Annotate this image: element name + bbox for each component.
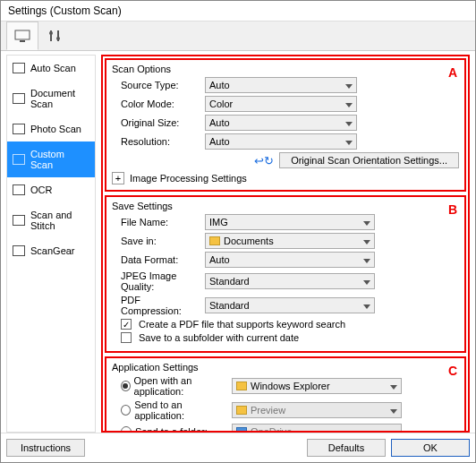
save-in-combo[interactable]: Documents — [205, 233, 375, 249]
sidebar-item-document-scan[interactable]: Document Scan — [7, 81, 95, 116]
color-mode-combo[interactable]: Color — [205, 96, 357, 112]
annotation-c: C — [448, 364, 457, 378]
sidebar-item-custom-scan[interactable]: Custom Scan — [7, 141, 95, 177]
color-mode-label: Color Mode: — [112, 99, 201, 109]
sidebar-item-photo-scan[interactable]: Photo Scan — [7, 116, 95, 141]
tab-tools[interactable] — [38, 21, 71, 50]
defaults-button[interactable]: Defaults — [307, 439, 386, 457]
file-name-combo[interactable]: IMG — [205, 214, 375, 230]
keyword-search-label: Create a PDF file that supports keyword … — [139, 319, 345, 330]
annotation-b: B — [448, 202, 457, 217]
svg-rect-0 — [15, 30, 30, 39]
tools-icon — [47, 29, 62, 43]
send-app-label: Send to an application: — [134, 399, 228, 421]
sidebar: Auto Scan Document Scan Photo Scan Custo… — [6, 55, 96, 433]
sidebar-item-ocr[interactable]: OCR — [7, 177, 95, 202]
content: Scan Options A Source Type:Auto Color Mo… — [101, 55, 470, 433]
open-with-combo[interactable]: Windows Explorer — [232, 378, 402, 394]
folder-icon — [209, 236, 220, 245]
orientation-settings-button[interactable]: Original Scan Orientation Settings... — [279, 152, 459, 168]
source-type-combo[interactable]: Auto — [205, 77, 357, 93]
section-title: Save Settings — [112, 201, 459, 211]
document-scan-icon — [13, 93, 25, 104]
app-icon — [236, 406, 247, 415]
sidebar-label: Auto Scan — [30, 63, 76, 73]
annotation-a: A — [448, 65, 457, 80]
original-size-combo[interactable]: Auto — [205, 115, 357, 131]
svg-point-2 — [49, 31, 53, 35]
send-app-combo[interactable]: Preview — [232, 402, 402, 418]
app-icon — [236, 382, 247, 390]
custom-scan-icon — [13, 154, 25, 165]
send-app-radio[interactable] — [121, 405, 131, 416]
sidebar-item-scangear[interactable]: ScanGear — [7, 238, 95, 263]
jpeg-quality-combo[interactable]: Standard — [205, 273, 375, 289]
sidebar-label: Scan and Stitch — [30, 210, 89, 231]
send-folder-label: Send to a folder: — [135, 426, 208, 433]
resolution-label: Resolution: — [112, 136, 201, 147]
toolbar — [1, 21, 475, 51]
svg-point-3 — [56, 37, 60, 40]
svg-rect-1 — [20, 40, 25, 42]
application-settings-section: Application Settings C Open with an appl… — [105, 356, 466, 433]
footer: Instructions Defaults OK — [1, 433, 475, 462]
pdf-compression-label: PDF Compression: — [112, 295, 201, 316]
ok-button[interactable]: OK — [391, 439, 470, 457]
sidebar-item-auto-scan[interactable]: Auto Scan — [7, 56, 95, 81]
image-processing-label: Image Processing Settings — [130, 173, 247, 184]
sidebar-label: ScanGear — [30, 245, 75, 256]
expand-image-processing[interactable]: + — [112, 172, 124, 184]
file-name-label: File Name: — [112, 217, 201, 227]
pdf-compression-combo[interactable]: Standard — [205, 297, 375, 313]
keyword-search-checkbox[interactable]: ✓ — [121, 319, 132, 330]
open-with-label: Open with an application: — [134, 375, 228, 397]
tab-scan-from-computer[interactable] — [6, 21, 38, 50]
original-size-label: Original Size: — [112, 117, 201, 128]
scangear-icon — [13, 245, 25, 256]
sidebar-label: OCR — [30, 184, 52, 195]
data-format-label: Data Format: — [112, 254, 201, 265]
subfolder-date-label: Save to a subfolder with current date — [139, 332, 299, 343]
stitch-icon — [13, 215, 25, 226]
source-type-label: Source Type: — [112, 80, 201, 90]
resolution-combo[interactable]: Auto — [205, 133, 357, 150]
section-title: Application Settings — [112, 362, 459, 373]
sidebar-label: Document Scan — [30, 88, 89, 109]
data-format-combo[interactable]: Auto — [205, 252, 375, 268]
send-folder-radio[interactable] — [121, 426, 132, 433]
rotate-icon: ↩↻ — [254, 154, 274, 167]
instructions-button[interactable]: Instructions — [6, 439, 85, 457]
save-in-label: Save in: — [112, 236, 201, 246]
window-title: Settings (Custom Scan) — [1, 1, 475, 21]
save-settings-section: Save Settings B File Name:IMG Save in:Do… — [105, 195, 466, 353]
sidebar-label: Photo Scan — [30, 124, 81, 134]
section-title: Scan Options — [112, 64, 459, 74]
auto-scan-icon — [13, 63, 25, 73]
ocr-icon — [13, 184, 25, 195]
jpeg-quality-label: JPEG Image Quality: — [112, 270, 201, 292]
sidebar-label: Custom Scan — [30, 149, 89, 170]
open-with-radio[interactable] — [121, 381, 131, 391]
subfolder-date-checkbox[interactable] — [121, 332, 132, 343]
photo-scan-icon — [13, 124, 25, 134]
sidebar-item-scan-stitch[interactable]: Scan and Stitch — [7, 202, 95, 238]
monitor-icon — [13, 29, 31, 43]
scan-options-section: Scan Options A Source Type:Auto Color Mo… — [105, 58, 466, 192]
send-folder-combo[interactable]: OneDrive — [232, 424, 402, 433]
